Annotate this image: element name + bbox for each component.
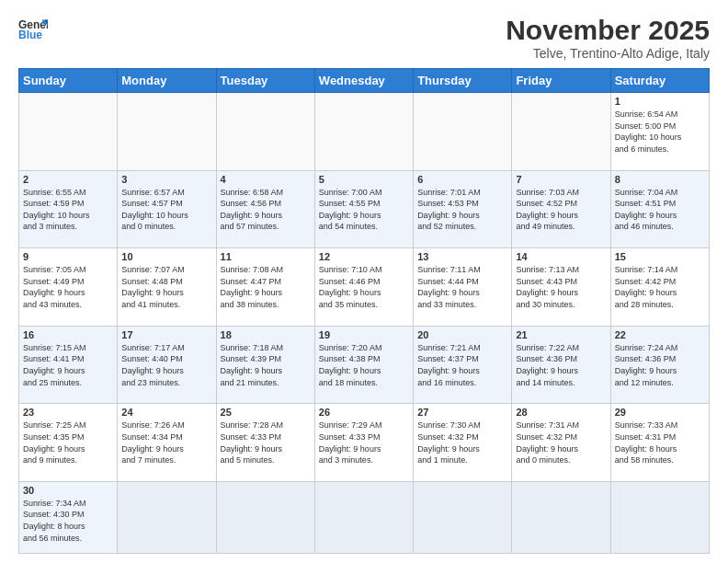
day-number: 2: [23, 174, 113, 185]
calendar-cell: 5Sunrise: 7:00 AM Sunset: 4:55 PM Daylig…: [314, 170, 413, 248]
day-sun-info: Sunrise: 6:54 AM Sunset: 5:00 PM Dayligh…: [615, 109, 705, 155]
day-sun-info: Sunrise: 7:33 AM Sunset: 4:31 PM Dayligh…: [615, 419, 705, 465]
day-sun-info: Sunrise: 7:25 AM Sunset: 4:35 PM Dayligh…: [23, 419, 113, 465]
day-number: 15: [615, 251, 705, 262]
calendar-cell: 8Sunrise: 7:04 AM Sunset: 4:51 PM Daylig…: [610, 170, 709, 248]
calendar-cell: [512, 93, 610, 171]
day-sun-info: Sunrise: 6:55 AM Sunset: 4:59 PM Dayligh…: [23, 187, 113, 233]
day-sun-info: Sunrise: 7:00 AM Sunset: 4:55 PM Dayligh…: [319, 187, 409, 233]
day-sun-info: Sunrise: 7:15 AM Sunset: 4:41 PM Dayligh…: [23, 342, 113, 388]
generalblue-logo-icon: General Blue: [18, 17, 48, 42]
day-number: 3: [121, 174, 211, 185]
calendar-cell: 17Sunrise: 7:17 AM Sunset: 4:40 PM Dayli…: [118, 326, 216, 404]
calendar-week-row: 2Sunrise: 6:55 AM Sunset: 4:59 PM Daylig…: [19, 170, 710, 248]
calendar-week-row: 23Sunrise: 7:25 AM Sunset: 4:35 PM Dayli…: [19, 404, 710, 482]
location-subtitle: Telve, Trentino-Alto Adige, Italy: [506, 46, 710, 61]
day-number: 23: [23, 407, 113, 418]
logo: General Blue: [18, 15, 48, 42]
calendar-cell: [118, 93, 216, 171]
day-sun-info: Sunrise: 7:18 AM Sunset: 4:39 PM Dayligh…: [221, 342, 311, 388]
calendar-cell: [512, 481, 610, 553]
col-friday: Friday: [512, 69, 610, 93]
calendar-cell: 10Sunrise: 7:07 AM Sunset: 4:48 PM Dayli…: [118, 248, 216, 327]
calendar-cell: [314, 481, 413, 553]
calendar-cell: 13Sunrise: 7:11 AM Sunset: 4:44 PM Dayli…: [414, 248, 512, 327]
calendar-week-row: 9Sunrise: 7:05 AM Sunset: 4:49 PM Daylig…: [19, 248, 710, 327]
calendar-cell: 14Sunrise: 7:13 AM Sunset: 4:43 PM Dayli…: [512, 248, 610, 327]
calendar-table: Sunday Monday Tuesday Wednesday Thursday…: [18, 68, 710, 554]
col-thursday: Thursday: [414, 69, 512, 93]
calendar-cell: 16Sunrise: 7:15 AM Sunset: 4:41 PM Dayli…: [19, 326, 118, 404]
calendar-cell: 23Sunrise: 7:25 AM Sunset: 4:35 PM Dayli…: [19, 404, 118, 482]
day-number: 7: [516, 174, 606, 185]
calendar-cell: 25Sunrise: 7:28 AM Sunset: 4:33 PM Dayli…: [216, 404, 314, 482]
day-sun-info: Sunrise: 7:07 AM Sunset: 4:48 PM Dayligh…: [121, 264, 211, 310]
calendar-cell: 22Sunrise: 7:24 AM Sunset: 4:36 PM Dayli…: [610, 326, 709, 404]
day-number: 29: [615, 407, 705, 418]
day-sun-info: Sunrise: 7:22 AM Sunset: 4:36 PM Dayligh…: [516, 342, 606, 388]
calendar-cell: [118, 481, 216, 553]
calendar-cell: 9Sunrise: 7:05 AM Sunset: 4:49 PM Daylig…: [19, 248, 118, 327]
day-number: 27: [417, 407, 507, 418]
day-number: 11: [221, 251, 311, 262]
day-number: 26: [319, 407, 409, 418]
calendar-cell: 30Sunrise: 7:34 AM Sunset: 4:30 PM Dayli…: [19, 481, 118, 553]
day-number: 28: [516, 407, 606, 418]
title-block: November 2025 Telve, Trentino-Alto Adige…: [506, 15, 710, 61]
header: General Blue November 2025 Telve, Trenti…: [18, 15, 710, 61]
day-sun-info: Sunrise: 7:24 AM Sunset: 4:36 PM Dayligh…: [615, 342, 705, 388]
calendar-cell: 28Sunrise: 7:31 AM Sunset: 4:32 PM Dayli…: [512, 404, 610, 482]
day-sun-info: Sunrise: 7:17 AM Sunset: 4:40 PM Dayligh…: [121, 342, 211, 388]
day-sun-info: Sunrise: 7:26 AM Sunset: 4:34 PM Dayligh…: [121, 419, 211, 465]
day-sun-info: Sunrise: 6:57 AM Sunset: 4:57 PM Dayligh…: [121, 187, 211, 233]
col-monday: Monday: [118, 69, 216, 93]
day-number: 6: [417, 174, 507, 185]
day-number: 12: [319, 251, 409, 262]
day-sun-info: Sunrise: 7:31 AM Sunset: 4:32 PM Dayligh…: [516, 419, 606, 465]
day-sun-info: Sunrise: 7:30 AM Sunset: 4:32 PM Dayligh…: [417, 419, 507, 465]
calendar-week-row: 1Sunrise: 6:54 AM Sunset: 5:00 PM Daylig…: [19, 93, 710, 171]
calendar-cell: 12Sunrise: 7:10 AM Sunset: 4:46 PM Dayli…: [314, 248, 413, 327]
day-number: 19: [319, 329, 409, 340]
month-title: November 2025: [506, 15, 710, 46]
calendar-cell: 29Sunrise: 7:33 AM Sunset: 4:31 PM Dayli…: [610, 404, 709, 482]
calendar-cell: 2Sunrise: 6:55 AM Sunset: 4:59 PM Daylig…: [19, 170, 118, 248]
day-number: 22: [615, 329, 705, 340]
calendar-cell: 1Sunrise: 6:54 AM Sunset: 5:00 PM Daylig…: [610, 93, 709, 171]
col-saturday: Saturday: [610, 69, 709, 93]
calendar-cell: 26Sunrise: 7:29 AM Sunset: 4:33 PM Dayli…: [314, 404, 413, 482]
svg-text:Blue: Blue: [18, 29, 42, 41]
day-number: 20: [417, 329, 507, 340]
calendar-cell: 6Sunrise: 7:01 AM Sunset: 4:53 PM Daylig…: [414, 170, 512, 248]
day-number: 14: [516, 251, 606, 262]
day-number: 30: [23, 485, 113, 496]
calendar-cell: [19, 93, 118, 171]
calendar-cell: [414, 93, 512, 171]
calendar-cell: 27Sunrise: 7:30 AM Sunset: 4:32 PM Dayli…: [414, 404, 512, 482]
day-sun-info: Sunrise: 7:01 AM Sunset: 4:53 PM Dayligh…: [417, 187, 507, 233]
day-number: 21: [516, 329, 606, 340]
calendar-cell: [414, 481, 512, 553]
day-number: 25: [221, 407, 311, 418]
calendar-cell: 21Sunrise: 7:22 AM Sunset: 4:36 PM Dayli…: [512, 326, 610, 404]
calendar-cell: 18Sunrise: 7:18 AM Sunset: 4:39 PM Dayli…: [216, 326, 314, 404]
day-number: 8: [615, 174, 705, 185]
calendar-cell: 20Sunrise: 7:21 AM Sunset: 4:37 PM Dayli…: [414, 326, 512, 404]
day-number: 18: [221, 329, 311, 340]
calendar-cell: 11Sunrise: 7:08 AM Sunset: 4:47 PM Dayli…: [216, 248, 314, 327]
day-sun-info: Sunrise: 7:28 AM Sunset: 4:33 PM Dayligh…: [221, 419, 311, 465]
calendar-cell: 3Sunrise: 6:57 AM Sunset: 4:57 PM Daylig…: [118, 170, 216, 248]
calendar-cell: 7Sunrise: 7:03 AM Sunset: 4:52 PM Daylig…: [512, 170, 610, 248]
day-sun-info: Sunrise: 7:08 AM Sunset: 4:47 PM Dayligh…: [221, 264, 311, 310]
day-number: 13: [417, 251, 507, 262]
day-sun-info: Sunrise: 7:03 AM Sunset: 4:52 PM Dayligh…: [516, 187, 606, 233]
day-sun-info: Sunrise: 6:58 AM Sunset: 4:56 PM Dayligh…: [221, 187, 311, 233]
day-sun-info: Sunrise: 7:05 AM Sunset: 4:49 PM Dayligh…: [23, 264, 113, 310]
day-sun-info: Sunrise: 7:34 AM Sunset: 4:30 PM Dayligh…: [23, 498, 113, 544]
day-number: 10: [121, 251, 211, 262]
day-number: 1: [615, 96, 705, 107]
calendar-cell: 24Sunrise: 7:26 AM Sunset: 4:34 PM Dayli…: [118, 404, 216, 482]
calendar-cell: [216, 93, 314, 171]
calendar-cell: 19Sunrise: 7:20 AM Sunset: 4:38 PM Dayli…: [314, 326, 413, 404]
col-tuesday: Tuesday: [216, 69, 314, 93]
